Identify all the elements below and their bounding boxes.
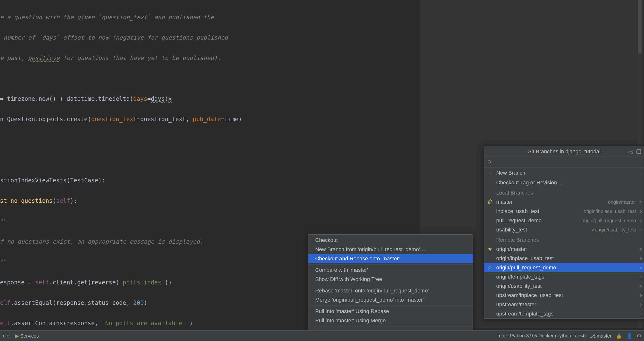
git-branch-widget[interactable]: ⎇master: [590, 333, 612, 339]
background-tasks-icon[interactable]: ⚙: [637, 333, 641, 339]
branch-item[interactable]: ★origin/master›: [484, 245, 644, 254]
code-line: .assertContains(response,: [10, 320, 102, 327]
branch-item-icon: ★: [488, 246, 496, 252]
code-docstring: f no questions exist, an appropriate mes…: [0, 238, 203, 245]
chevron-right-icon: ›: [640, 311, 642, 317]
chevron-right-icon: ›: [640, 301, 642, 308]
code-line: n Question.objects.create(: [0, 116, 91, 123]
search-icon: [488, 160, 492, 164]
context-menu-item[interactable]: Pull into 'master' Using Rebase: [308, 307, 473, 316]
code-docstring: "": [0, 218, 7, 225]
context-menu-item[interactable]: Rebase 'master' onto 'origin/pull_reques…: [308, 286, 473, 295]
code-line: =time): [221, 116, 242, 123]
code-kwarg: days: [133, 96, 147, 102]
branch-tracking-label: origin/master: [608, 199, 636, 205]
branch-item-label: origin/usability_test: [496, 283, 640, 289]
interpreter-widget[interactable]: mote Python 3.9.5 Docker (python:latest): [498, 333, 586, 338]
branch-item-label: origin/master: [496, 246, 640, 252]
chevron-right-icon: ›: [640, 292, 642, 298]
inspection-icon[interactable]: 👤: [626, 333, 632, 339]
branch-item[interactable]: upstream/inplace_usab_test›: [484, 291, 644, 300]
branch-item[interactable]: upstream/template_tags›: [484, 309, 644, 318]
context-menu-item[interactable]: Show Diff with Working Tree: [308, 275, 473, 284]
lock-icon[interactable]: 🔒: [616, 333, 622, 339]
tool-window-console[interactable]: ole: [3, 333, 10, 338]
code-line: number of `days` offset to now (negative…: [0, 34, 228, 41]
branch-item-label: origin/template_tags: [496, 274, 640, 280]
code-editor[interactable]: e a question with the given `question_te…: [0, 0, 359, 328]
branch-item-label: usability_test: [496, 227, 590, 233]
branch-context-menu: CheckoutNew Branch from 'origin/pull_req…: [308, 234, 473, 338]
branch-item-label: upstream/template_tags: [496, 311, 640, 317]
branch-label: master: [597, 333, 612, 338]
code-line: ): [189, 320, 193, 327]
branch-icon: ⎇: [590, 333, 596, 338]
settings-icon[interactable]: [636, 149, 641, 154]
chevron-right-icon: ›: [640, 255, 642, 262]
code-line: e past,: [0, 55, 28, 62]
branch-item-label: inplace_usab_test: [496, 208, 584, 214]
tool-window-services[interactable]: ▶ Services: [15, 333, 39, 339]
chevron-right-icon: ›: [640, 274, 642, 280]
code-line: =question_text,: [137, 116, 193, 123]
branch-item-icon: 🏷: [488, 199, 496, 205]
branch-item[interactable]: Checkout Tag or Revision…: [484, 178, 644, 187]
branch-item-icon: ＋: [488, 169, 496, 177]
branch-item[interactable]: usability_test↗origin/usability_test›: [484, 225, 644, 234]
branch-item-label: Checkout Tag or Revision…: [496, 179, 640, 186]
branch-item-label: master: [496, 199, 608, 205]
context-menu-item[interactable]: Checkout: [308, 236, 473, 245]
branch-item-label: upstream/master: [496, 301, 640, 308]
context-menu-item[interactable]: Pull into 'master' Using Merge: [308, 316, 473, 325]
branches-search-input[interactable]: [484, 157, 644, 168]
branch-item[interactable]: upstream/master›: [484, 300, 644, 309]
branch-item[interactable]: ＋New Branch: [484, 168, 644, 178]
branch-item[interactable]: pull_request_demoorigin/pull_request_dem…: [484, 216, 644, 225]
branch-item[interactable]: 🏷masterorigin/master›: [484, 197, 644, 207]
code-self: elf: [0, 299, 10, 306]
context-menu-separator: [308, 305, 473, 306]
code-line: .assertEqual(response.status_code,: [10, 299, 133, 306]
code-line: (: [53, 197, 56, 204]
branches-popup-title: Git Branches in django_tutorial: [484, 146, 644, 157]
branch-tracking-label: origin/usability_test: [595, 227, 636, 233]
context-menu-item[interactable]: Merge 'origin/pull_request_demo' into 'm…: [308, 295, 473, 304]
code-line: .client.get(reverse(: [49, 279, 119, 286]
svg-line-2: [490, 162, 491, 164]
branch-item[interactable]: origin/inplace_usab_test›: [484, 254, 644, 263]
chevron-right-icon: ›: [640, 264, 642, 271]
code-self: self: [35, 279, 49, 286]
code-kwarg: pub_date: [193, 116, 221, 123]
branch-item[interactable]: inplace_usab_testorigin/inplace_usab_tes…: [484, 207, 644, 216]
branch-item[interactable]: origin/usability_test›: [484, 281, 644, 291]
context-menu-item[interactable]: Compare with 'master': [308, 265, 473, 275]
branches-heading: Remote Branches: [484, 234, 644, 245]
branch-item-label: origin/pull_request_demo: [496, 264, 640, 271]
code-string: 'polls:index': [119, 279, 165, 286]
context-menu-separator: [308, 285, 473, 285]
code-func: st_no_questions: [0, 197, 53, 204]
code-line: )): [165, 279, 172, 286]
branch-item[interactable]: origin/template_tags›: [484, 272, 644, 281]
code-line: ):: [70, 197, 77, 204]
fetch-icon[interactable]: [628, 149, 633, 154]
branches-title-label: Git Branches in django_tutorial: [528, 148, 600, 154]
branch-tracking-label: origin/inplace_usab_test: [584, 209, 636, 214]
chevron-right-icon: ›: [640, 217, 642, 224]
code-line: ): [165, 96, 168, 102]
svg-rect-0: [637, 150, 641, 154]
branch-item[interactable]: ★origin/pull_request_demo›: [484, 263, 644, 272]
code-typo: positicve: [28, 55, 60, 62]
scrollbar-thumb[interactable]: [638, 0, 642, 54]
chevron-right-icon: ›: [640, 246, 642, 252]
branches-heading: Local Branches: [484, 187, 644, 197]
context-menu-item[interactable]: Checkout and Rebase onto 'master': [308, 254, 473, 263]
code-line: e a question with the given `question_te…: [0, 14, 214, 21]
chevron-right-icon: ›: [640, 208, 642, 214]
code-line: stionIndexViewTests(TestCase):: [0, 177, 105, 184]
code-string: "No polls are available.": [102, 320, 189, 327]
context-menu-item[interactable]: New Branch from 'origin/pull_request_dem…: [308, 245, 473, 254]
status-bar: ole ▶ Services mote Python 3.9.5 Docker …: [0, 330, 644, 341]
outgoing-icon: ↗: [591, 227, 595, 232]
code-line: = timezone.now() + datetime.timedelta(: [0, 96, 133, 102]
